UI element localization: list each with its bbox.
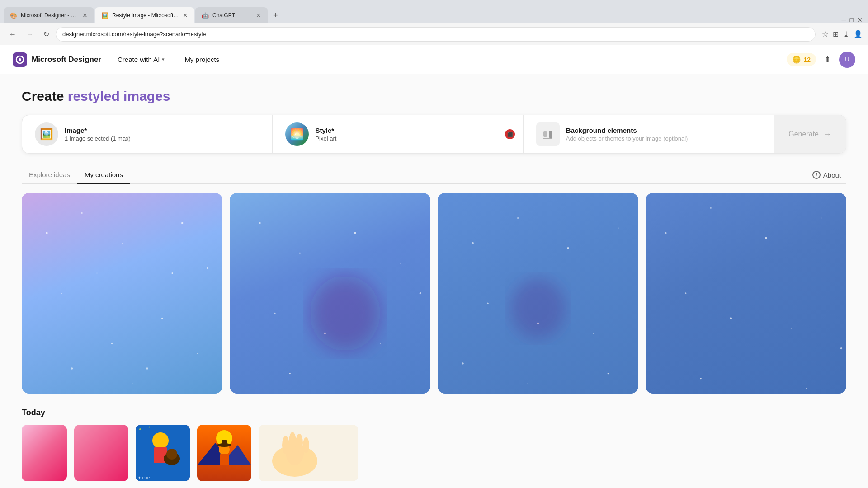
favorites-icon[interactable]: ☆: [822, 30, 828, 38]
create-ai-chevron-icon: ▾: [162, 56, 165, 62]
svg-point-52: [152, 432, 169, 449]
tab-explore-ideas[interactable]: Explore ideas: [22, 166, 77, 184]
today-title: Today: [22, 408, 846, 418]
bg-elements-tool-label: Background elements: [566, 127, 688, 134]
svg-point-13: [161, 318, 163, 319]
tab2-close[interactable]: ✕: [183, 12, 188, 19]
svg-point-20: [259, 222, 260, 224]
svg-point-27: [420, 292, 421, 294]
svg-point-8: [122, 243, 123, 244]
collections-icon[interactable]: ⊞: [833, 30, 839, 38]
browser-tab-3[interactable]: 🤖 ChatGPT ✕: [195, 7, 268, 23]
svg-point-33: [618, 228, 618, 229]
svg-point-46: [730, 317, 731, 319]
browser-chrome: 🎨 Microsoft Designer - Stunning... ✕ 🖼️ …: [0, 0, 868, 23]
coins-badge[interactable]: 🪙 12: [787, 53, 816, 66]
svg-point-57: [149, 427, 150, 428]
today-card-partial-left[interactable]: [22, 425, 67, 481]
style-tool-text: Style* Pixel art: [315, 127, 336, 142]
tabs-row: Explore ideas My creations i About: [22, 166, 846, 184]
page-title-static: Create: [22, 89, 68, 103]
loading-card-4[interactable]: [646, 193, 846, 394]
svg-point-24: [274, 313, 275, 314]
coins-count: 12: [803, 56, 811, 63]
style-tool-section[interactable]: 🌅 Style* Pixel art ⬛: [273, 115, 523, 153]
svg-point-31: [517, 217, 519, 219]
bg-elements-tool-section[interactable]: Background elements Add objects or theme…: [524, 115, 774, 153]
svg-point-6: [46, 232, 47, 234]
svg-point-47: [791, 328, 792, 329]
generate-arrow-icon: →: [823, 130, 831, 139]
create-with-ai-label: Create with AI: [118, 56, 160, 63]
svg-rect-64: [220, 454, 229, 465]
svg-point-23: [400, 263, 401, 263]
reload-button[interactable]: ↻: [40, 28, 53, 40]
back-button[interactable]: ←: [5, 28, 20, 40]
app-logo[interactable]: Microsoft Designer: [13, 52, 101, 67]
svg-point-18: [96, 272, 97, 273]
svg-point-42: [710, 207, 712, 209]
bg-elements-tool-sublabel: Add objects or themes to your image (opt…: [566, 135, 688, 142]
svg-point-28: [289, 373, 291, 374]
address-bar[interactable]: designer.microsoft.com/restyle-image?sce…: [56, 27, 816, 42]
svg-point-22: [354, 232, 356, 234]
svg-point-15: [71, 367, 73, 369]
coin-icon: 🪙: [792, 55, 801, 64]
today-card-comic-1[interactable]: ✦ POP: [136, 425, 190, 481]
close-window-button[interactable]: ✕: [857, 16, 863, 23]
forward-button[interactable]: →: [23, 28, 37, 40]
tab1-close[interactable]: ✕: [82, 12, 88, 19]
loading-card-1[interactable]: [22, 193, 222, 394]
svg-point-16: [132, 383, 132, 384]
svg-point-7: [81, 212, 83, 214]
create-with-ai-nav[interactable]: Create with AI ▾: [114, 53, 168, 66]
today-card-hand[interactable]: [259, 425, 358, 481]
stars-overlay-3: [438, 193, 638, 394]
svg-point-50: [806, 388, 807, 389]
share-button[interactable]: ⬆: [822, 53, 833, 66]
loading-card-2[interactable]: [230, 193, 430, 394]
image-tool-text: Image* 1 image selected (1 max): [65, 127, 131, 142]
hand-art: [259, 425, 358, 481]
tool-bar: 🖼️ Image* 1 image selected (1 max) 🌅 Sty…: [22, 115, 846, 154]
svg-point-9: [181, 222, 183, 224]
tab-my-creations[interactable]: My creations: [77, 166, 130, 184]
generate-button[interactable]: Generate →: [774, 115, 846, 153]
svg-point-49: [700, 378, 701, 379]
maximize-button[interactable]: □: [850, 16, 854, 23]
tab3-favicon: 🤖: [202, 12, 209, 19]
loading-card-3[interactable]: [438, 193, 638, 394]
svg-point-26: [380, 343, 381, 344]
my-projects-nav[interactable]: My projects: [181, 53, 223, 66]
svg-point-17: [171, 272, 173, 274]
url-display: designer.microsoft.com/restyle-image?sce…: [62, 31, 206, 38]
tab1-favicon: 🎨: [10, 12, 17, 19]
svg-point-40: [510, 278, 566, 338]
svg-point-2: [19, 58, 21, 61]
image-tool-section[interactable]: 🖼️ Image* 1 image selected (1 max): [22, 115, 273, 153]
tab3-title: ChatGPT: [212, 12, 252, 19]
comic-2-art: [197, 425, 251, 481]
browser-tab-2[interactable]: 🖼️ Restyle image - Microsoft Desi... ✕: [95, 7, 194, 23]
profile-icon[interactable]: 👤: [854, 30, 863, 38]
about-button[interactable]: i About: [807, 167, 846, 183]
svg-point-14: [197, 353, 198, 354]
stars-overlay-1: [22, 193, 222, 394]
minimize-button[interactable]: ─: [842, 16, 846, 23]
downloads-icon[interactable]: ⤓: [843, 30, 849, 38]
today-section: Today ✦ POP: [22, 408, 846, 481]
today-card-comic-2[interactable]: [197, 425, 251, 481]
stars-overlay-2: [230, 193, 430, 394]
svg-point-32: [567, 247, 569, 249]
browser-tab-1[interactable]: 🎨 Microsoft Designer - Stunning... ✕: [4, 7, 94, 23]
tab3-close[interactable]: ✕: [256, 12, 261, 19]
microsoft-designer-logo-icon: [13, 52, 27, 67]
info-circle-icon: i: [812, 171, 821, 179]
app-header: Microsoft Designer Create with AI ▾ My p…: [0, 45, 868, 74]
svg-point-30: [472, 242, 473, 244]
svg-point-41: [665, 232, 666, 234]
user-avatar[interactable]: U: [839, 52, 855, 68]
svg-rect-66: [222, 440, 227, 446]
today-card-pink[interactable]: [74, 425, 128, 481]
new-tab-button[interactable]: +: [269, 7, 283, 23]
